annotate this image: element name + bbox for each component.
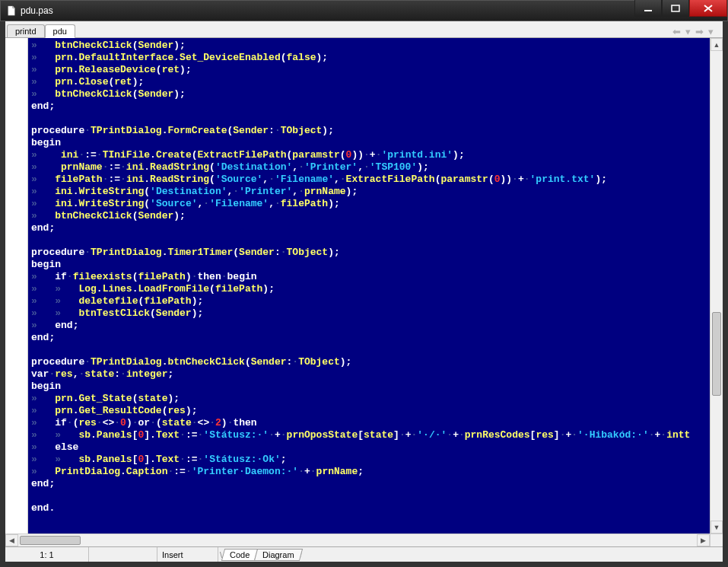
code-line[interactable]: » » sb.Panels[0].Text·:=·'Státusz:·Ok'; — [31, 454, 707, 466]
window-buttons — [634, 1, 727, 21]
scroll-left-icon[interactable]: ◀ — [5, 534, 18, 546]
code-line[interactable]: » else — [31, 441, 707, 454]
code-line[interactable]: » PrintDialog.Caption·:=·'Printer·Daemon… — [31, 466, 707, 478]
status-position: 1: 1 — [5, 547, 89, 562]
svg-rect-0 — [644, 10, 652, 11]
code-line[interactable]: » ini.WriteString('Destination',·'Printe… — [31, 186, 707, 198]
file-icon — [5, 5, 17, 17]
hscroll-track[interactable] — [18, 534, 697, 546]
code-line[interactable]: » prn.Close(ret); — [31, 76, 707, 88]
window-title: pdu.pas — [21, 5, 634, 16]
code-line[interactable]: begin — [31, 259, 707, 271]
code-line[interactable]: begin — [31, 381, 707, 393]
code-line[interactable]: » prn.DefaultInterface.Set_DeviceEnabled… — [31, 52, 707, 64]
close-button[interactable] — [689, 0, 727, 17]
code-editor[interactable]: » btnCheckClick(Sender);» prn.DefaultInt… — [28, 38, 710, 534]
vertical-scrollbar[interactable]: ▲ ▼ — [710, 38, 723, 534]
tab-pdu[interactable]: pdu — [45, 24, 75, 38]
code-line[interactable]: » ini.WriteString('Source',·'Filename',·… — [31, 198, 707, 210]
code-line[interactable]: end; — [31, 478, 707, 490]
code-line[interactable]: » btnCheckClick(Sender); — [31, 40, 707, 52]
code-line[interactable]: » prn.Get_ResultCode(res); — [31, 405, 707, 417]
code-line[interactable]: » » deletefile(filePath); — [31, 295, 707, 307]
code-line[interactable]: end; — [31, 222, 707, 234]
code-line[interactable]: end; — [31, 332, 707, 344]
scroll-up-icon[interactable]: ▲ — [711, 38, 723, 51]
code-line[interactable]: » » btnTestClick(Sender); — [31, 307, 707, 320]
horizontal-scrollbar[interactable]: ◀ ▶ — [5, 534, 723, 546]
code-line[interactable]: end. — [31, 502, 707, 514]
code-line[interactable] — [31, 490, 707, 502]
code-line[interactable]: var·res,·state:·integer; — [31, 368, 707, 381]
code-line[interactable]: » if·fileexists(filePath)·then·begin — [31, 271, 707, 283]
code-line[interactable]: » ini·:=·TIniFile.Create(ExtractFilePath… — [31, 149, 707, 161]
code-line[interactable]: end; — [31, 100, 707, 113]
code-line[interactable]: » prnName·:=·ini.ReadString('Destination… — [31, 161, 707, 174]
minimize-button[interactable] — [634, 0, 662, 17]
status-modified — [89, 547, 157, 562]
code-line[interactable]: » prn.ReleaseDevice(ret); — [31, 64, 707, 76]
editor-gutter[interactable] — [5, 38, 28, 534]
nav-forward-dropdown-icon[interactable]: ▾ — [708, 26, 714, 37]
scroll-down-icon[interactable]: ▼ — [711, 521, 723, 534]
file-tabbar: printd pdu ⬅ ▾ ➡ ▾ — [5, 21, 723, 38]
code-line[interactable]: » » sb.Panels[0].Text·:=·'Státusz:·'·+·p… — [31, 429, 707, 441]
client-area: printd pdu ⬅ ▾ ➡ ▾ » btnCheckClick(Sende… — [0, 21, 728, 567]
sheet-tab-diagram[interactable]: Diagram — [254, 549, 303, 561]
scroll-corner — [710, 534, 723, 546]
sheet-tabs: \ Code Diagram / — [218, 549, 302, 561]
scroll-right-icon[interactable]: ▶ — [697, 534, 710, 546]
code-line[interactable]: procedure·TPrintDialog.btnCheckClick(Sen… — [31, 356, 707, 368]
code-line[interactable]: » filePath·:=·ini.ReadString('Source',·'… — [31, 174, 707, 186]
tab-nav-arrows: ⬅ ▾ ➡ ▾ — [672, 26, 723, 37]
svg-rect-1 — [672, 5, 679, 11]
code-line[interactable]: » » Log.Lines.LoadFromFile(filePath); — [31, 283, 707, 295]
editor-area: » btnCheckClick(Sender);» prn.DefaultInt… — [5, 38, 723, 534]
code-line[interactable]: procedure·TPrintDialog.Timer1Timer(Sende… — [31, 247, 707, 259]
sheet-tab-code[interactable]: Code — [221, 549, 259, 561]
code-line[interactable]: » if·(res·<>·0)·or·(state·<>·2)·then — [31, 417, 707, 429]
nav-back-dropdown-icon[interactable]: ▾ — [685, 26, 691, 37]
code-line[interactable]: » btnCheckClick(Sender); — [31, 88, 707, 100]
nav-forward-icon[interactable]: ➡ — [695, 26, 704, 37]
statusbar: 1: 1 Insert \ Code Diagram / — [5, 546, 723, 562]
code-line[interactable]: » prn.Get_State(state); — [31, 393, 707, 405]
code-line[interactable]: » btnCheckClick(Sender); — [31, 210, 707, 222]
code-line[interactable]: procedure·TPrintDialog.FormCreate(Sender… — [31, 125, 707, 137]
maximize-button[interactable] — [662, 0, 689, 17]
code-line[interactable]: begin — [31, 137, 707, 149]
window-titlebar: pdu.pas — [0, 0, 728, 21]
code-line[interactable]: » end; — [31, 320, 707, 332]
code-line[interactable] — [31, 113, 707, 125]
tab-printd[interactable]: printd — [7, 24, 45, 37]
code-line[interactable] — [31, 344, 707, 356]
code-line[interactable] — [31, 234, 707, 247]
vscroll-thumb[interactable] — [712, 312, 721, 396]
hscroll-thumb[interactable] — [20, 536, 81, 545]
status-insert-mode[interactable]: Insert — [157, 547, 218, 562]
nav-back-icon[interactable]: ⬅ — [672, 26, 681, 37]
